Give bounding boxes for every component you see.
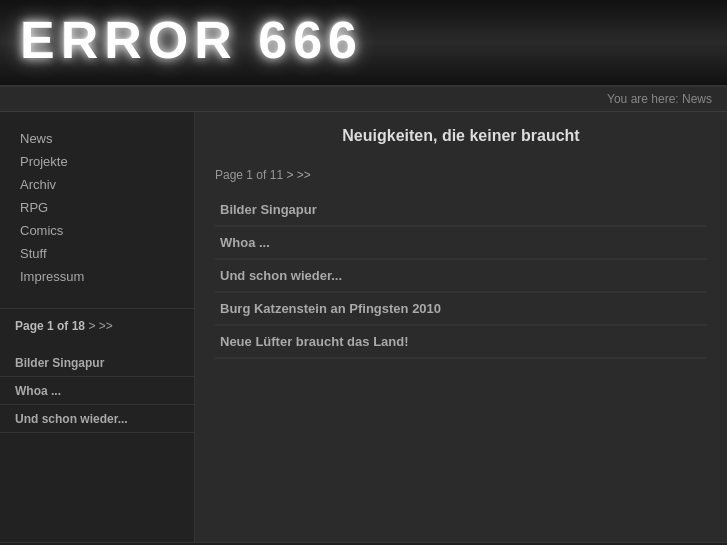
article-link-5[interactable]: Neue Lüfter braucht das Land!: [215, 326, 707, 358]
list-item: Burg Katzenstein an Pfingsten 2010: [215, 293, 707, 326]
sidebar-next-next-link[interactable]: >>: [99, 319, 113, 333]
page-title: Neuigkeiten, die keiner braucht: [215, 127, 707, 153]
main-layout: News Projekte Archiv RPG Comics Stuff Im…: [0, 112, 727, 542]
article-list: Bilder Singapur Whoa ... Und schon wiede…: [215, 194, 707, 359]
sidebar-article-link-2[interactable]: Whoa ...: [15, 384, 61, 398]
sidebar-nav: News Projekte Archiv RPG Comics Stuff Im…: [0, 127, 194, 288]
content-page-info: Page 1 of 11: [215, 168, 283, 182]
content-area: Neuigkeiten, die keiner braucht Page 1 o…: [195, 112, 727, 542]
list-item: Und schon wieder...: [215, 260, 707, 293]
sidebar: News Projekte Archiv RPG Comics Stuff Im…: [0, 112, 195, 542]
sidebar-article-link-1[interactable]: Bilder Singapur: [15, 356, 104, 370]
list-item: Und schon wieder...: [0, 405, 194, 433]
list-item: Whoa ...: [0, 377, 194, 405]
sidebar-articles: Bilder Singapur Whoa ... Und schon wiede…: [0, 341, 194, 441]
article-link-3[interactable]: Und schon wieder...: [215, 260, 707, 292]
sidebar-item-archiv[interactable]: Archiv: [0, 173, 194, 196]
list-item: Bilder Singapur: [215, 194, 707, 227]
sidebar-item-projekte[interactable]: Projekte: [0, 150, 194, 173]
breadcrumb-text: You are here: News: [607, 92, 712, 106]
sidebar-page-info: Page 1 of 18: [15, 319, 85, 333]
sidebar-item-rpg[interactable]: RPG: [0, 196, 194, 219]
breadcrumb: You are here: News: [0, 87, 727, 112]
content-next-next-link[interactable]: >>: [297, 168, 311, 182]
article-link-4[interactable]: Burg Katzenstein an Pfingsten 2010: [215, 293, 707, 325]
sidebar-item-comics[interactable]: Comics: [0, 219, 194, 242]
content-next-link[interactable]: >: [286, 168, 296, 182]
list-item: Neue Lüfter braucht das Land!: [215, 326, 707, 359]
sidebar-item-stuff[interactable]: Stuff: [0, 242, 194, 265]
list-item: Bilder Singapur: [0, 349, 194, 377]
article-link-2[interactable]: Whoa ...: [215, 227, 707, 259]
sidebar-item-news[interactable]: News: [0, 127, 194, 150]
sidebar-article-link-3[interactable]: Und schon wieder...: [15, 412, 128, 426]
sidebar-next-link[interactable]: >: [88, 319, 98, 333]
sidebar-pagination: Page 1 of 18 > >>: [0, 308, 194, 341]
article-link-1[interactable]: Bilder Singapur: [215, 194, 707, 226]
site-header: Error 666: [0, 0, 727, 87]
sidebar-item-impressum[interactable]: Impressum: [0, 265, 194, 288]
list-item: Whoa ...: [215, 227, 707, 260]
site-title: Error 666: [20, 10, 707, 70]
content-pagination: Page 1 of 11 > >>: [215, 168, 707, 182]
